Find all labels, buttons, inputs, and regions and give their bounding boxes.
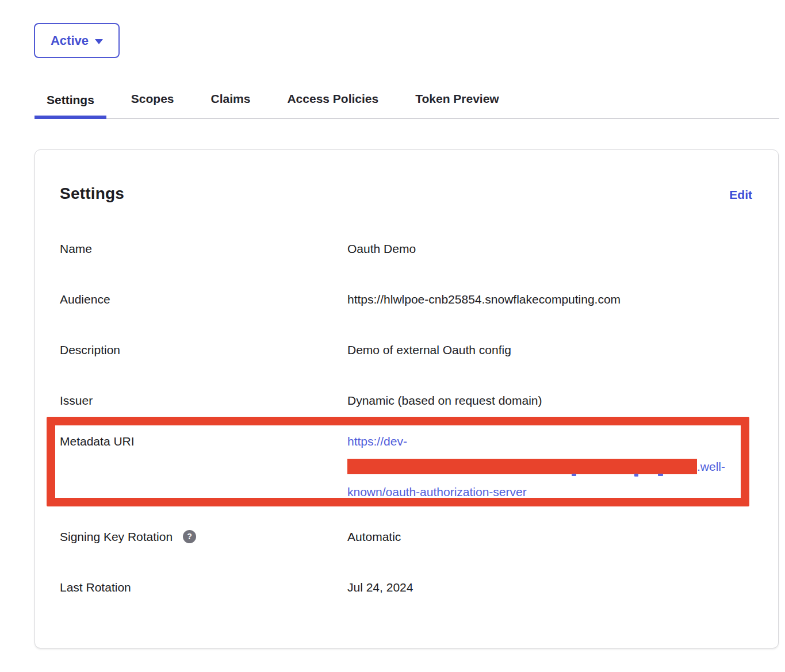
metadata-uri-line1: https://dev- bbox=[347, 429, 725, 454]
metadata-uri-line2: .well- bbox=[347, 454, 725, 479]
settings-fields: Name Oauth Demo Audience https://hlwlpoe… bbox=[60, 241, 753, 595]
redaction-wrapper bbox=[347, 459, 697, 474]
tab-bar: Settings Scopes Claims Access Policies T… bbox=[35, 92, 779, 119]
field-label: Audience bbox=[60, 291, 347, 307]
tab-label: Settings bbox=[47, 93, 94, 106]
field-value: Oauth Demo bbox=[347, 241, 416, 256]
field-row-signing-key-rotation: Signing Key Rotation ? Automatic bbox=[60, 529, 753, 544]
status-dropdown-label: Active bbox=[51, 33, 89, 48]
field-label: Issuer bbox=[60, 393, 347, 408]
settings-card: Settings Edit Name Oauth Demo Audience h… bbox=[35, 149, 779, 648]
tab-claims[interactable]: Claims bbox=[199, 92, 263, 118]
tab-access-policies[interactable]: Access Policies bbox=[275, 92, 390, 118]
field-label: Name bbox=[60, 241, 347, 256]
metadata-uri-link[interactable]: https://dev- .well- known/oauth-authoriz… bbox=[347, 429, 725, 505]
field-value: Dynamic (based on request domain) bbox=[347, 393, 542, 408]
tab-label: Token Preview bbox=[415, 92, 499, 105]
status-dropdown-button[interactable]: Active bbox=[34, 23, 120, 58]
field-row-name: Name Oauth Demo bbox=[60, 241, 753, 256]
field-row-description: Description Demo of external Oauth confi… bbox=[60, 342, 753, 358]
metadata-uri-line2-suffix: .well- bbox=[697, 460, 725, 473]
field-row-metadata-uri: Metadata URI https://dev- .well- known/o… bbox=[60, 429, 753, 505]
tab-label: Access Policies bbox=[287, 92, 378, 105]
card-header: Settings Edit bbox=[60, 185, 752, 203]
metadata-uri-line3: known/oauth-authorization-server bbox=[347, 479, 725, 505]
card-title: Settings bbox=[60, 185, 124, 203]
field-label: Metadata URI bbox=[60, 429, 347, 454]
redaction-speck bbox=[658, 474, 663, 476]
field-row-last-rotation: Last Rotation Jul 24, 2024 bbox=[60, 579, 753, 595]
tab-scopes[interactable]: Scopes bbox=[119, 92, 186, 118]
tab-label: Scopes bbox=[131, 92, 174, 105]
field-row-audience: Audience https://hlwlpoe-cnb25854.snowfl… bbox=[60, 291, 753, 307]
field-label: Signing Key Rotation bbox=[60, 529, 173, 544]
redaction-bar bbox=[347, 459, 697, 474]
field-label: Description bbox=[60, 342, 347, 358]
tab-settings[interactable]: Settings bbox=[35, 93, 106, 119]
redaction-speck bbox=[572, 474, 576, 476]
field-row-issuer: Issuer Dynamic (based on request domain) bbox=[60, 393, 753, 408]
caret-down-icon bbox=[95, 39, 103, 44]
field-value: Jul 24, 2024 bbox=[347, 579, 413, 595]
field-value: Demo of external Oauth config bbox=[347, 342, 511, 358]
field-value: Automatic bbox=[347, 529, 401, 544]
field-value: https://hlwlpoe-cnb25854.snowflakecomput… bbox=[347, 291, 621, 307]
edit-link[interactable]: Edit bbox=[729, 188, 752, 202]
help-question-icon[interactable]: ? bbox=[183, 530, 196, 543]
field-label: Last Rotation bbox=[60, 579, 347, 595]
tab-label: Claims bbox=[211, 92, 251, 105]
redaction-speck bbox=[634, 474, 638, 477]
tab-token-preview[interactable]: Token Preview bbox=[403, 92, 511, 118]
